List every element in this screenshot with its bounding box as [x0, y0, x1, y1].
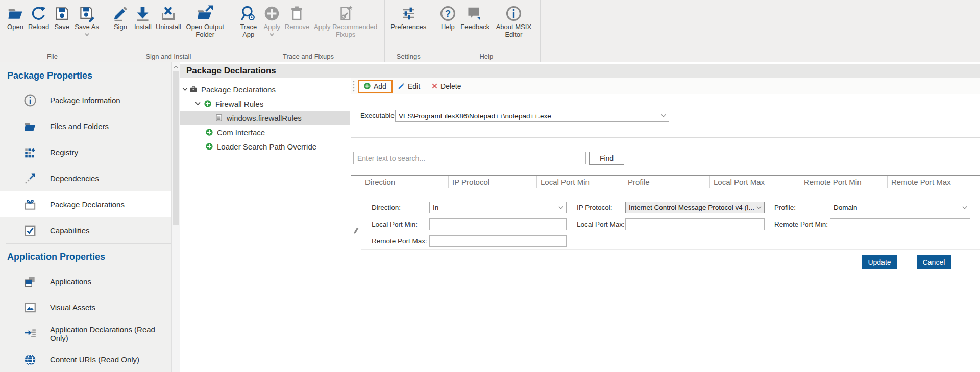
ribbon-button-label: Uninstall: [156, 23, 181, 31]
ribbon-open-button[interactable]: Open: [4, 2, 27, 31]
field-label-ip-protocol: IP Protocol:: [577, 202, 612, 213]
field-label-remote-port-min: Remote Port Min:: [774, 218, 828, 230]
sidebar-item-package-information[interactable]: Package Information: [0, 87, 172, 113]
column-header-local-port-max[interactable]: Local Port Max: [710, 176, 800, 188]
local-port-min-field[interactable]: [429, 218, 567, 230]
search-input[interactable]: [353, 152, 586, 164]
sidebar-item-registry[interactable]: Registry: [0, 139, 172, 165]
column-header-remote-port-min[interactable]: Remote Port Min: [800, 176, 888, 188]
ribbon-reload-button[interactable]: Reload: [27, 2, 51, 31]
add-circle-icon: [363, 82, 371, 90]
ribbon-feedback-button[interactable]: Feedback: [459, 2, 491, 31]
select-value: Domain: [834, 204, 857, 211]
ribbon-remove-button: Remove: [283, 2, 311, 31]
ribbon-install-button[interactable]: Install: [132, 2, 154, 31]
ribbon-preferences-button[interactable]: Preferences: [389, 2, 428, 31]
sidebar-item-files-and-folders[interactable]: Files and Folders: [0, 113, 172, 139]
sidebar-item-dependencies[interactable]: Dependencies: [0, 165, 172, 191]
local-port-max-field[interactable]: [625, 218, 765, 230]
ribbon-button-label: Install: [134, 23, 152, 31]
ribbon-button-label: Feedback: [460, 23, 489, 31]
tree-item-windows-firewallrules[interactable]: windows.firewallRules: [180, 111, 350, 125]
executable-select[interactable]: VFS\ProgramFilesX86\Notepad++\notepad++.…: [395, 110, 669, 122]
help-question-icon: [439, 5, 456, 22]
chevron-down-icon: [962, 206, 967, 209]
ribbon-uninstall-button[interactable]: Uninstall: [154, 2, 183, 31]
ip-protocol-select[interactable]: Internet Control Message Protocol v4 (I.…: [625, 202, 765, 213]
registry-icon: [23, 146, 37, 159]
delete-x-icon: [431, 83, 438, 89]
select-value: In: [433, 204, 438, 211]
sidebar-item-label: Capabilities: [50, 226, 90, 235]
add-node-icon: [204, 100, 212, 108]
sidebar-item-capabilities[interactable]: Capabilities: [0, 217, 172, 243]
ribbon-open-output-folder-button[interactable]: Open Output Folder: [183, 2, 228, 38]
ribbon-help-button[interactable]: Help: [436, 2, 459, 31]
sidebar-item-package-declarations[interactable]: Package Declarations: [0, 191, 172, 217]
ribbon-save-as-button[interactable]: Save As: [73, 2, 101, 36]
chevron-down-icon: [661, 114, 666, 118]
package-info-icon: [23, 94, 37, 107]
ribbon-button-label: Preferences: [390, 23, 426, 31]
chevron-down-icon: [85, 33, 89, 36]
ribbon-trace-app-button[interactable]: Trace App: [236, 2, 261, 38]
ribbon-group-settings: PreferencesSettings: [385, 0, 432, 62]
tree-item-package-declarations[interactable]: Package Declarations: [180, 82, 350, 96]
table-indicator-column: [351, 176, 361, 188]
sidebar-scrollbar[interactable]: [172, 62, 180, 372]
chevron-down-icon: [195, 102, 201, 106]
applications-icon: [23, 275, 37, 288]
column-header-local-port-min[interactable]: Local Port Min: [537, 176, 624, 188]
app-declarations-icon: [23, 327, 37, 340]
scrollbar-thumb[interactable]: [173, 71, 179, 225]
scrollbar-up-button[interactable]: [172, 62, 180, 71]
sidebar-item-visual-assets[interactable]: Visual Assets: [0, 294, 172, 320]
ribbon-group-label: File: [0, 53, 105, 60]
column-header-profile[interactable]: Profile: [624, 176, 710, 188]
ribbon-about-msix-editor-button[interactable]: About MSIX Editor: [491, 2, 536, 38]
sidebar-item-content-uris-read-only[interactable]: Content URIs (Read Only): [0, 346, 172, 372]
files-folders-icon: [23, 120, 37, 133]
sidebar-item-applications[interactable]: Applications: [0, 268, 172, 294]
profile-select[interactable]: Domain: [830, 202, 970, 213]
tree-item-label: windows.firewallRules: [227, 114, 302, 122]
executable-row: Executable VFS\ProgramFilesX86\Notepad++…: [351, 94, 980, 138]
field-label-local-port-min: Local Port Min:: [372, 218, 418, 230]
column-header-direction[interactable]: Direction: [361, 176, 449, 188]
ribbon-button-label: Remove: [285, 23, 309, 31]
ribbon-sign-button[interactable]: Sign: [109, 2, 132, 31]
chevron-down-icon: [756, 206, 762, 209]
sidebar: Package PropertiesPackage InformationFil…: [0, 62, 172, 372]
details-panel: Add Edit Delete Executable VFS\ProgramFi…: [351, 78, 980, 372]
select-value: Internet Control Message Protocol v4 (I.…: [629, 204, 754, 211]
sidebar-item-application-declarations-read-only[interactable]: Application Declarations (Read Only): [0, 320, 172, 346]
ribbon-button-label: Help: [441, 23, 455, 31]
edit-button[interactable]: Edit: [393, 80, 426, 93]
delete-button[interactable]: Delete: [426, 80, 467, 93]
cancel-button[interactable]: Cancel: [917, 255, 951, 269]
field-label-local-port-max: Local Port Max:: [577, 218, 625, 230]
direction-select[interactable]: In: [429, 202, 567, 213]
tree-item-firewall-rules[interactable]: Firewall Rules: [180, 96, 350, 111]
ribbon-button-label: Apply: [264, 23, 281, 31]
column-header-remote-port-max[interactable]: Remote Port Max: [888, 176, 980, 188]
declarations-toolbar: Add Edit Delete: [351, 78, 980, 94]
find-button[interactable]: Find: [589, 152, 624, 165]
tree-item-com-interface[interactable]: Com Interface: [180, 125, 350, 139]
sidebar-item-label: Package Declarations: [50, 200, 125, 209]
add-button[interactable]: Add: [358, 80, 393, 93]
ribbon-button-label: Save: [54, 23, 69, 31]
sidebar-item-label: Content URIs (Read Only): [50, 355, 139, 364]
ribbon-button-label: About MSIX Editor: [493, 23, 534, 38]
ribbon-group-label: Trace and Fixups: [232, 53, 384, 60]
ribbon-save-button[interactable]: Save: [51, 2, 73, 31]
executable-label: Executable: [360, 110, 395, 122]
ribbon-button-label: Open Output Folder: [184, 23, 226, 38]
column-header-ip-protocol[interactable]: IP Protocol: [449, 176, 537, 188]
update-button[interactable]: Update: [862, 255, 897, 269]
document-icon: [215, 114, 223, 122]
remote-port-max-field[interactable]: [429, 235, 567, 247]
capabilities-icon: [23, 224, 37, 237]
remote-port-min-field[interactable]: [830, 218, 970, 230]
tree-item-loader-search-path-override[interactable]: Loader Search Path Override: [180, 139, 350, 154]
